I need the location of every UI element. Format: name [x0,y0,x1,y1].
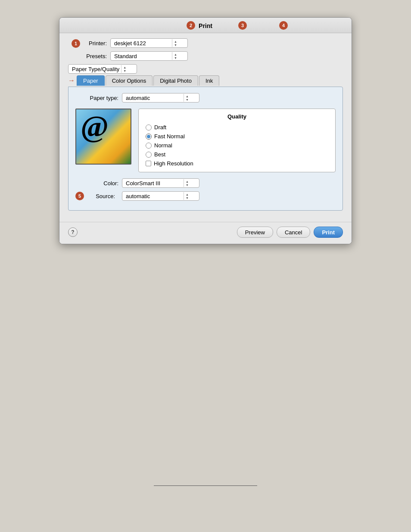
presets-value: Standard [114,53,170,59]
radio-fast-normal[interactable] [146,134,152,140]
color-value: ColorSmart III [126,180,182,187]
checkbox-high-res[interactable] [146,161,151,166]
paper-type-label: Paper type: [75,95,118,101]
presets-row: Presets: Standard ▲ ▼ [68,51,343,61]
source-row: 5 Source: automatic ▲ ▼ [75,191,336,201]
help-button[interactable]: ? [68,227,78,237]
source-value: automatic [126,193,182,199]
paper-type-row: Paper type: automatic ▲ ▼ [75,93,336,103]
high-res-row[interactable]: High Resolution [146,160,328,167]
tabs-container: Paper Color Options Digital Photo Ink [77,75,220,86]
bottom-bar: ? Preview Cancel Print [59,222,352,244]
presets-stepper-down: ▼ [174,56,177,59]
quality-fast-normal-label: Fast Normal [154,133,185,140]
source-stepper[interactable]: ▲ ▼ [184,192,189,200]
panel-stepper-up: ▲ [123,66,126,69]
radio-normal[interactable] [146,143,152,149]
cancel-button[interactable]: Cancel [277,227,310,238]
print-dialog: 1 2 3 4 Print Printer: deskjet 6122 ▲ ▼ [59,17,352,244]
underline-decoration [154,485,257,486]
color-row: Color: ColorSmart III ▲ ▼ [75,178,336,188]
panel-stepper-down: ▼ [123,69,126,72]
tab-digital-photo[interactable]: Digital Photo [153,75,198,86]
source-label: Source: [86,193,115,199]
arrow-icon: → [68,77,75,84]
paper-type-select[interactable]: automatic ▲ ▼ [122,93,199,103]
preview-button[interactable]: Preview [237,227,273,238]
panel-type-select[interactable]: Paper Type/Quality ▲ ▼ [68,64,137,74]
quality-section: @ Quality Draft [75,109,336,172]
quality-option-normal[interactable]: Normal [146,142,328,149]
quality-best-label: Best [154,151,165,158]
dialog-title: Print [199,22,212,29]
quality-normal-label: Normal [154,142,172,149]
badge-5: 5 [75,192,84,200]
at-symbol: @ [81,112,109,142]
panel-selector-row: Paper Type/Quality ▲ ▼ [68,64,343,74]
printer-stepper[interactable]: ▲ ▼ [172,39,177,47]
printer-select[interactable]: deskjet 6122 ▲ ▼ [110,38,188,48]
paper-type-stepper[interactable]: ▲ ▼ [184,94,189,102]
presets-label: Presets: [68,53,107,59]
presets-select[interactable]: Standard ▲ ▼ [110,51,188,61]
panel-stepper[interactable]: ▲ ▼ [121,65,126,73]
tab-ink[interactable]: Ink [199,75,219,86]
help-area: ? [68,227,78,237]
printer-value: deskjet 6122 [114,40,170,47]
badge-3: 3 [238,21,247,30]
title-bar: 1 2 3 4 Print [59,18,352,33]
color-select[interactable]: ColorSmart III ▲ ▼ [122,178,199,188]
dialog-body: Printer: deskjet 6122 ▲ ▼ Presets: Stand… [59,33,352,222]
high-res-label: High Resolution [154,160,193,167]
panel-type-value: Paper Type/Quality [72,66,119,72]
quality-title: Quality [146,113,328,120]
color-stepper[interactable]: ▲ ▼ [184,179,189,187]
panel-content: Paper type: automatic ▲ ▼ @ [68,87,343,211]
print-button[interactable]: Print [314,227,343,238]
source-select[interactable]: automatic ▲ ▼ [122,191,199,201]
badge-4: 4 [279,21,288,30]
printer-stepper-down: ▼ [174,44,177,47]
presets-stepper[interactable]: ▲ ▼ [172,52,177,60]
badge-1: 1 [72,39,80,48]
quality-options-box: Quality Draft Fast Normal [138,109,336,172]
color-label: Color: [75,180,118,187]
presets-stepper-up: ▲ [174,53,177,56]
tab-paper[interactable]: Paper [77,75,105,86]
printer-row: Printer: deskjet 6122 ▲ ▼ [68,38,343,48]
quality-option-draft[interactable]: Draft [146,124,328,131]
printer-stepper-up: ▲ [174,40,177,43]
panel-selector-area: Paper Type/Quality ▲ ▼ → Paper Color Opt… [68,64,343,86]
quality-draft-label: Draft [154,124,166,131]
arrow-indicator-row: → Paper Color Options Digital Photo Ink [68,75,343,86]
paper-type-value: automatic [126,95,182,101]
radio-draft[interactable] [146,124,152,131]
radio-best[interactable] [146,152,152,158]
radio-fast-normal-dot [147,135,150,138]
tab-color-options[interactable]: Color Options [106,75,153,86]
quality-option-best[interactable]: Best [146,151,328,158]
badge-2: 2 [187,21,195,30]
image-preview: @ [75,109,131,165]
quality-option-fast-normal[interactable]: Fast Normal [146,133,328,140]
